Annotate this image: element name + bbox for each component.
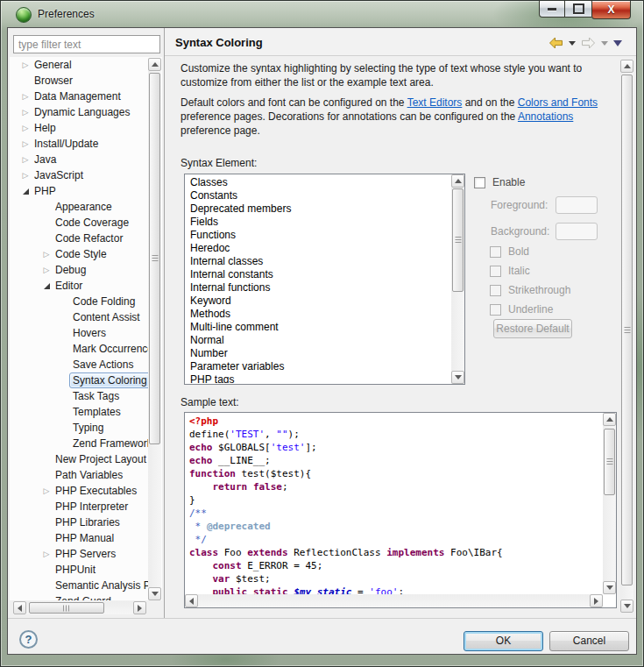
scroll-down-button[interactable] (148, 587, 161, 600)
expand-icon[interactable]: ▷ (20, 60, 31, 70)
syntax-element-item-internal-classes[interactable]: Internal classes (185, 255, 451, 268)
tree-item-javascript[interactable]: ▷JavaScript (10, 167, 148, 183)
tree-item-mark-occurrences[interactable]: Mark Occurrences (10, 341, 148, 357)
syntax-element-item-normal[interactable]: Normal (185, 334, 451, 347)
tree-item-code-folding[interactable]: Code Folding (10, 294, 148, 309)
expand-icon[interactable]: ▷ (20, 123, 31, 133)
scroll-up-button[interactable] (148, 58, 161, 71)
tree-item-appearance[interactable]: Appearance (10, 199, 148, 215)
tree-item-php-executables[interactable]: ▷PHP Executables (10, 483, 148, 499)
scrollbar-thumb[interactable] (452, 188, 464, 292)
expand-icon[interactable]: ▷ (20, 138, 31, 149)
tree-item-new-project-layout[interactable]: New Project Layout (10, 451, 148, 467)
forward-history-dropdown-icon[interactable] (601, 41, 608, 46)
enable-checkbox[interactable] (474, 177, 485, 188)
tree-item-templates[interactable]: Templates (10, 404, 148, 420)
link-text-editors[interactable]: Text Editors (407, 96, 463, 109)
tree-item-typing[interactable]: Typing (10, 420, 148, 436)
tree-item-general[interactable]: ▷General (10, 57, 148, 73)
collapse-icon[interactable] (20, 186, 31, 196)
cancel-button[interactable]: Cancel (549, 631, 629, 651)
expand-icon[interactable]: ▷ (20, 107, 31, 117)
syntax-element-item-internal-functions[interactable]: Internal functions (185, 281, 451, 294)
close-button[interactable]: X (591, 1, 631, 19)
syntax-element-item-classes[interactable]: Classes (185, 176, 451, 189)
syntax-element-item-heredoc[interactable]: Heredoc (185, 242, 451, 255)
scroll-right-button[interactable] (133, 601, 146, 614)
foreground-color-button[interactable] (556, 196, 598, 214)
scroll-left-button[interactable] (13, 601, 26, 614)
syntax-element-listbox[interactable]: ClassesConstantsDeprecated membersFields… (184, 174, 465, 385)
tree-item-install-update[interactable]: ▷Install/Update (10, 136, 148, 152)
strikethrough-checkbox[interactable] (490, 285, 501, 296)
scroll-down-button[interactable] (620, 600, 633, 613)
scroll-down-button[interactable] (451, 371, 464, 384)
tree-item-php-libraries[interactable]: PHP Libraries (10, 514, 148, 530)
syntax-element-item-php-tags[interactable]: PHP tags (185, 373, 451, 383)
tree-item-help[interactable]: ▷Help (10, 120, 148, 136)
link-colors-and-fonts[interactable]: Colors and Fonts (518, 96, 598, 109)
help-button[interactable]: ? (19, 630, 38, 649)
syntax-element-item-number[interactable]: Number (185, 347, 451, 360)
collapse-icon[interactable] (41, 280, 52, 291)
expand-icon[interactable]: ▷ (20, 170, 31, 181)
tree-item-code-refactor[interactable]: Code Refactor (10, 231, 148, 246)
syntax-element-item-functions[interactable]: Functions (185, 229, 451, 242)
view-menu-icon[interactable] (613, 40, 622, 46)
syntax-element-item-constants[interactable]: Constants (185, 189, 451, 202)
syntax-element-item-deprecated-members[interactable]: Deprecated members (185, 202, 451, 216)
ok-button[interactable]: OK (464, 631, 543, 651)
maximize-button[interactable] (565, 1, 591, 18)
tree-item-semantic-analysis-p[interactable]: Semantic Analysis P (10, 578, 148, 593)
expand-icon[interactable]: ▷ (20, 91, 31, 102)
tree-item-php-servers[interactable]: ▷PHP Servers (10, 546, 148, 562)
tree-item-path-variables[interactable]: Path Variables (10, 467, 148, 483)
tree-item-php[interactable]: PHP (10, 183, 148, 199)
back-button[interactable] (548, 37, 563, 49)
syntax-element-item-internal-constants[interactable]: Internal constants (185, 268, 451, 281)
minimize-button[interactable] (539, 1, 565, 18)
background-color-button[interactable] (556, 223, 598, 240)
underline-checkbox[interactable] (490, 304, 501, 316)
tree-item-content-assist[interactable]: Content Assist (10, 309, 148, 325)
tree-item-data-management[interactable]: ▷Data Management (10, 89, 148, 104)
scroll-left-button[interactable] (185, 594, 198, 607)
forward-button[interactable] (581, 37, 596, 49)
tree-item-dynamic-languages[interactable]: ▷Dynamic Languages (10, 104, 148, 120)
tree-vertical-scrollbar[interactable] (148, 58, 161, 600)
list-vertical-scrollbar[interactable] (451, 174, 464, 384)
syntax-element-item-parameter-variables[interactable]: Parameter variables (185, 360, 451, 373)
tree-item-zend-guard[interactable]: Zend Guard (10, 593, 148, 600)
tree-item-save-actions[interactable]: Save Actions (10, 357, 148, 373)
title-bar[interactable]: Preferences X (1, 1, 643, 27)
back-history-dropdown-icon[interactable] (569, 41, 576, 46)
restore-default-button[interactable]: Restore Default (493, 319, 572, 338)
scrollbar-thumb[interactable] (149, 73, 160, 444)
expand-icon[interactable]: ▷ (41, 265, 52, 275)
scroll-up-button[interactable] (451, 174, 464, 188)
sample-text-area[interactable]: <?phpdefine('TEST', "");echo $GLOBALS['t… (184, 412, 617, 608)
tree-item-browser[interactable]: Browser (10, 73, 148, 89)
tree-item-java[interactable]: ▷Java (10, 152, 148, 167)
tree-horizontal-scrollbar[interactable] (13, 601, 146, 614)
bold-checkbox[interactable] (490, 246, 501, 258)
syntax-element-item-fields[interactable]: Fields (185, 216, 451, 229)
expand-icon[interactable]: ▷ (20, 154, 31, 165)
tree-item-editor[interactable]: Editor (10, 278, 148, 294)
syntax-element-item-multi-line-comment[interactable]: Multi-line comment (185, 321, 451, 334)
scrollbar-thumb[interactable] (29, 602, 104, 614)
content-vertical-scrollbar[interactable] (620, 60, 633, 613)
expand-icon[interactable]: ▷ (41, 486, 52, 496)
filter-input[interactable] (13, 35, 160, 53)
scroll-up-button[interactable] (620, 60, 633, 73)
syntax-element-item-keyword[interactable]: Keyword (185, 294, 451, 308)
link-annotations[interactable]: Annotations (518, 110, 573, 123)
tree-item-php-interpreter[interactable]: PHP Interpreter (10, 499, 148, 514)
scroll-up-button[interactable] (603, 413, 616, 426)
tree-item-phpunit[interactable]: PHPUnit (10, 562, 148, 578)
expand-icon[interactable]: ▷ (41, 249, 52, 259)
scrollbar-thumb[interactable] (604, 429, 615, 495)
sample-horizontal-scrollbar[interactable] (185, 594, 603, 607)
tree-item-debug[interactable]: ▷Debug (10, 262, 148, 278)
tree-item-php-manual[interactable]: PHP Manual (10, 530, 148, 546)
